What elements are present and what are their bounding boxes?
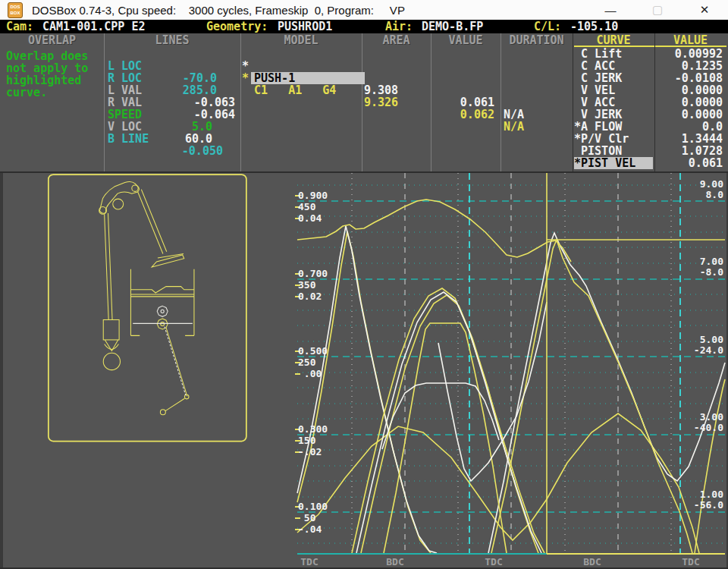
maximize-button[interactable]: ▢ (634, 0, 681, 20)
curve-table-row[interactable]: V JERK0.0000 (574, 108, 726, 121)
left-axis-label: 250 (298, 357, 316, 368)
intake-lift-valve (356, 292, 541, 553)
curve-name: C JERK (574, 72, 653, 84)
plateau-white (382, 383, 499, 449)
crank-position-label: BDC (583, 556, 601, 567)
window-edge (0, 173, 3, 569)
curve-name: V ACC (574, 96, 653, 108)
cam-value: CAM1-001.CPP E2 (42, 20, 145, 33)
flow-flat-top (384, 323, 507, 553)
curve-table-row[interactable]: PISTON1.0728 (574, 145, 726, 157)
col-value: VALUE (431, 33, 500, 47)
col-model: MODEL (240, 33, 362, 47)
overlap-message-line: highlighted (6, 74, 81, 86)
col-area: AREA (362, 33, 431, 47)
window-title: DOSBox 0.74-3, Cpu speed: 3000 cycles, F… (32, 4, 405, 17)
lines-row: R VAL -0.064 (108, 84, 238, 96)
left-axis-label: 0.02 (298, 291, 322, 302)
curve-name: C Lift (574, 48, 653, 60)
curve-value: 0.0000 (656, 84, 723, 96)
curve-table-row[interactable]: V VEL0.0000 (574, 84, 726, 96)
right-axis-label: -40.0 (694, 422, 723, 433)
crank-position-label: BDC (386, 556, 403, 567)
curve-table-row[interactable]: C Lift0.00992 (574, 48, 726, 60)
data-panels: Overlap does not apply to highlighted cu… (0, 47, 728, 171)
right-axis-label: -56.0 (694, 499, 723, 511)
col-overlap: OVERLAP (0, 33, 104, 47)
lines-row: L LOC -70.0 (108, 48, 238, 60)
right-axis-label: -24.0 (694, 344, 723, 356)
curve-value: 0.061 (656, 157, 723, 169)
col-duration: DURATION (500, 33, 573, 47)
left-axis-label: 0.500 (298, 345, 328, 357)
curve-value: 0.00992 (656, 48, 723, 60)
curve-name: *A FLOW (574, 121, 653, 133)
mechanism-drawing (0, 173, 294, 569)
air-label: Air: (385, 20, 413, 33)
close-button[interactable]: ✕ (681, 0, 728, 20)
curve-value: 0.1235 (656, 60, 723, 72)
curve-value: 0.0 (656, 121, 723, 133)
v-dip-white (438, 302, 547, 481)
cam-label: Cam: (6, 20, 33, 33)
wraparound-rise (695, 379, 725, 553)
left-axis-label: 0.04 (298, 212, 322, 224)
col-lines: LINES (104, 33, 240, 47)
crank-position-label: TDC (485, 556, 502, 567)
dosbox-icon: DOS BOX (8, 2, 23, 18)
curve-name: PISTON (574, 145, 653, 157)
lines-row: SPEED 5.0 (108, 96, 238, 108)
pv-clearance-curve (297, 200, 571, 262)
curve-value: -0.0108 (656, 72, 723, 84)
curve-name: *PIST VEL (574, 157, 653, 169)
overlap-message-line: not apply to (6, 62, 88, 74)
analysis-graph[interactable]: 0.9004500.040.7003500.020.500250 .000.30… (294, 171, 728, 569)
geometry-value: PUSHROD1 (278, 20, 332, 33)
right-axis-label: 1.00 (700, 489, 723, 500)
geometry-label: Geometry: (206, 20, 268, 33)
overlap-message-line: curve. (6, 86, 47, 99)
curve-name: *P/V Clr (574, 133, 653, 145)
curve-name: V JERK (574, 108, 653, 121)
right-axis-label: -8.0 (700, 266, 723, 278)
left-axis-label: 450 (298, 201, 316, 212)
left-axis-label: 350 (298, 279, 316, 291)
curve-value: 0.0000 (656, 108, 723, 121)
left-axis-label: 0.300 (298, 423, 328, 435)
curve-table-row[interactable]: C ACC0.1235 (574, 60, 726, 72)
curve-table-row[interactable]: V ACC0.0000 (574, 96, 726, 108)
right-axis-label: 5.00 (700, 334, 723, 345)
dosbox-window: DOS BOX DOSBox 0.74-3, Cpu speed: 3000 c… (0, 0, 728, 569)
model-name: C1 A1 G4 (254, 84, 336, 96)
curve-value: 1.3444 (656, 133, 723, 145)
curve-table-row[interactable]: *A FLOW0.0 (574, 121, 726, 133)
lines-row: B LINE -0.050 (108, 121, 238, 133)
curve-name: V VEL (574, 84, 653, 96)
curve-value: 0.0000 (656, 96, 723, 108)
cl-label: C/L: (534, 20, 561, 33)
lines-row: L VAL -0.063 (108, 72, 238, 84)
curve-table-row[interactable]: C JERK-0.0108 (574, 72, 726, 84)
overlap-message-line: Overlap does (6, 50, 88, 62)
left-axis-label: 0.700 (298, 268, 328, 279)
lines-row: V LOC 60.0 (108, 108, 238, 121)
curve-table-row[interactable]: *P/V Clr1.3444 (574, 133, 726, 145)
cl-value: -105.10 (570, 20, 618, 33)
minimize-button[interactable]: — (587, 0, 634, 20)
curve-name: C ACC (574, 60, 653, 72)
lines-row: R LOC 285.0 (108, 60, 238, 72)
left-axis-label: -.02 (298, 446, 322, 457)
left-axis-label: -.04 (298, 523, 322, 535)
crank-position-label: TDC (682, 556, 699, 567)
curve-value: 1.0728 (656, 145, 723, 157)
left-axis-label: 0.100 (298, 501, 328, 512)
curve-table-row[interactable]: *PIST VEL0.061 (574, 157, 726, 169)
left-axis-label: 0.900 (298, 190, 328, 201)
right-axis-label: 3.00 (700, 411, 723, 423)
right-axis-label: 7.00 (700, 256, 723, 267)
right-axis-label: 8.0 (706, 189, 724, 200)
crank-position-label: TDC (300, 556, 318, 567)
status-bar: Cam: CAM1-001.CPP E2 Geometry: PUSHROD1 … (0, 20, 728, 33)
air-value: DEMO-B.FP (422, 20, 483, 33)
right-axis-label: 9.00 (700, 178, 723, 190)
